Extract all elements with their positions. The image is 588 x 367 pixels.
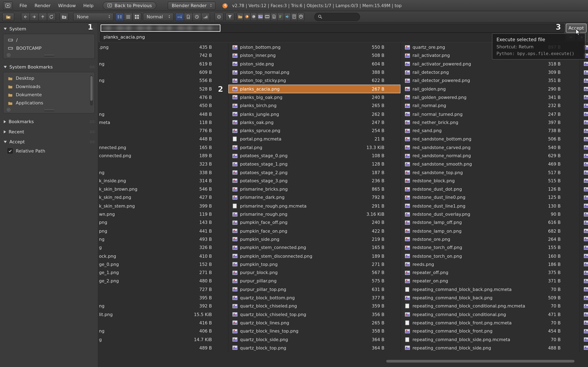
file-row[interactable]: repeater_off.png375 B [401, 268, 579, 277]
file-row[interactable]: red_sandstone_carved.png540 B [401, 143, 579, 152]
file-row[interactable]: planks_oak.png247 B [228, 118, 401, 127]
file-row[interactable]: ng556 B [98, 76, 228, 85]
sidebar-item-bootcamp[interactable]: BOOTCAMP [6, 44, 92, 52]
file-row[interactable]: png441 B [98, 227, 228, 235]
file-row[interactable]: red_sand.png738 B [401, 127, 579, 135]
file-row[interactable]: quartz_block_lines.png265 B [228, 319, 401, 327]
file-row[interactable] [580, 143, 588, 152]
file-row[interactable]: ge_0.png152 B [98, 260, 228, 268]
file-row[interactable] [580, 277, 588, 285]
sound-filter-toggle[interactable] [284, 13, 291, 21]
image-filter-toggle[interactable] [257, 13, 264, 21]
recent-folders-dropdown[interactable]: None [73, 13, 113, 21]
file-row[interactable]: piston_side.png604 B [228, 60, 401, 68]
file-row[interactable] [580, 252, 588, 260]
bookmarks-panel-header[interactable]: Bookmarks [0, 116, 98, 126]
file-row[interactable]: wn.png119 B [98, 210, 228, 218]
parent-directory-button[interactable] [38, 13, 47, 21]
file-row[interactable]: redstone_torch_off.png155 B [401, 243, 579, 252]
file-row[interactable]: red_sandstone_bottom.png506 B [401, 135, 579, 143]
file-row[interactable] [580, 185, 588, 193]
file-row[interactable] [580, 176, 588, 185]
file-row[interactable]: png143 B [98, 218, 228, 227]
file-row[interactable]: ng493 B [98, 235, 228, 243]
file-row[interactable]: 395 B [98, 294, 228, 302]
file-row[interactable]: planks_acacia.png267 B [228, 85, 401, 93]
operator-panel-header[interactable]: Accept [0, 136, 98, 146]
file-row[interactable] [580, 68, 588, 76]
file-row[interactable]: repeating_command_block_conditional.png4… [401, 310, 579, 319]
datablock-filter-toggle[interactable] [297, 13, 305, 21]
file-row[interactable]: prismarine_rough.png3.16 KiB [228, 210, 401, 218]
file-search-input[interactable] [314, 13, 360, 21]
file-row[interactable]: prismarine_bricks.png865 B [228, 185, 401, 193]
file-row[interactable]: pumpkin_face_on.png422 B [228, 227, 401, 235]
file-row[interactable]: 609 B [98, 68, 228, 76]
file-row[interactable]: ock.png410 B [98, 252, 228, 260]
horizontal-scrollbar[interactable] [386, 360, 575, 363]
file-row[interactable] [580, 135, 588, 143]
file-row[interactable]: redstone_dust_line1.png130 B [401, 202, 579, 210]
display-short-list-button[interactable] [115, 13, 124, 21]
display-long-list-button[interactable] [124, 13, 133, 21]
blend-backup-filter-toggle[interactable] [250, 13, 257, 21]
render-engine-select[interactable]: Blender Render [168, 1, 216, 9]
menu-help[interactable]: Help [80, 2, 97, 9]
file-row[interactable]: red_nether_brick.png397 B [401, 118, 579, 127]
file-row[interactable]: repeating_command_block_front.png.mcmeta… [401, 319, 579, 327]
file-row[interactable]: redstone_dust_overlay.png90 B [401, 210, 579, 218]
font-filter-toggle[interactable]: F [277, 13, 284, 21]
file-row[interactable]: quartz_block_bottom.png377 B [228, 294, 401, 302]
file-row[interactable]: quartz_block_chiseled_top.png356 B [228, 310, 401, 319]
file-row[interactable] [580, 235, 588, 243]
recent-panel-header[interactable]: Recent [0, 126, 98, 136]
show-hidden-toggle[interactable] [215, 13, 224, 21]
file-row[interactable]: planks_big_oak.png240 B [228, 93, 401, 101]
file-row[interactable]: repeating_command_block_back.png.mcmeta7… [401, 285, 579, 294]
file-row[interactable] [580, 85, 588, 93]
file-row[interactable]: quartz_block_lines_top.png358 B [228, 327, 401, 335]
file-row[interactable]: 323 B [98, 160, 228, 168]
file-row[interactable]: potatoes_stage_2.png187 B [228, 168, 401, 177]
file-row[interactable]: ng338 B [98, 168, 228, 177]
file-row[interactable]: planks_jungle.png262 B [228, 110, 401, 118]
file-row[interactable]: prismarine_dark.png792 B [228, 193, 401, 202]
file-row[interactable]: redstone_ore.png264 B [401, 235, 579, 243]
file-row[interactable]: k_skin_brown.png546 B [98, 185, 228, 193]
sidebar-item-dokumente[interactable]: Dokumente [6, 91, 92, 99]
system-panel-header[interactable]: System [0, 23, 98, 33]
file-row[interactable] [580, 152, 588, 160]
add-bookmark-icon[interactable] [6, 53, 11, 57]
blend-filter-toggle[interactable] [243, 13, 251, 21]
file-row[interactable]: k_skin_red.png427 B [98, 193, 228, 202]
movie-filter-toggle[interactable] [264, 13, 271, 21]
file-row[interactable] [580, 294, 588, 302]
file-row[interactable]: 528 B [98, 85, 228, 93]
file-row[interactable] [580, 302, 588, 310]
file-row[interactable]: quartz_block_top.png364 B [228, 344, 401, 352]
file-row[interactable]: piston_bottom.png550 B [228, 43, 401, 51]
file-row[interactable]: redstone_block.png515 B [401, 176, 579, 185]
file-row[interactable] [580, 319, 588, 327]
file-row[interactable] [580, 285, 588, 294]
file-row[interactable]: rail_detector.png309 B [401, 68, 579, 76]
file-row[interactable] [580, 243, 588, 252]
file-row[interactable]: 776 B [98, 127, 228, 135]
file-row[interactable]: k_skin_stem.png399 B [98, 202, 228, 210]
menu-window[interactable]: Window [54, 2, 80, 9]
file-row[interactable]: pumpkin_face_off.png240 B [228, 218, 401, 227]
file-row[interactable] [580, 168, 588, 177]
file-row[interactable]: redstone_torch_on.png160 B [401, 252, 579, 260]
file-row[interactable]: potatoes_stage_1.png128 B [228, 160, 401, 168]
folder-filter-toggle[interactable] [237, 13, 244, 21]
file-row[interactable]: 476 B [98, 93, 228, 101]
editor-type-button[interactable] [3, 1, 13, 9]
file-row[interactable]: red_sandstone_normal.png629 B [401, 152, 579, 160]
sort-time-button[interactable] [192, 13, 201, 21]
file-row[interactable]: rail_activator_powered.png318 B [401, 60, 579, 68]
editor-type-filebrowser-button[interactable] [2, 13, 14, 21]
sidebar-item-desktop[interactable]: Desktop [6, 74, 92, 82]
panel-resize-grip[interactable] [44, 55, 54, 57]
file-row[interactable] [580, 344, 588, 352]
sort-extension-button[interactable]: ab [184, 13, 193, 21]
